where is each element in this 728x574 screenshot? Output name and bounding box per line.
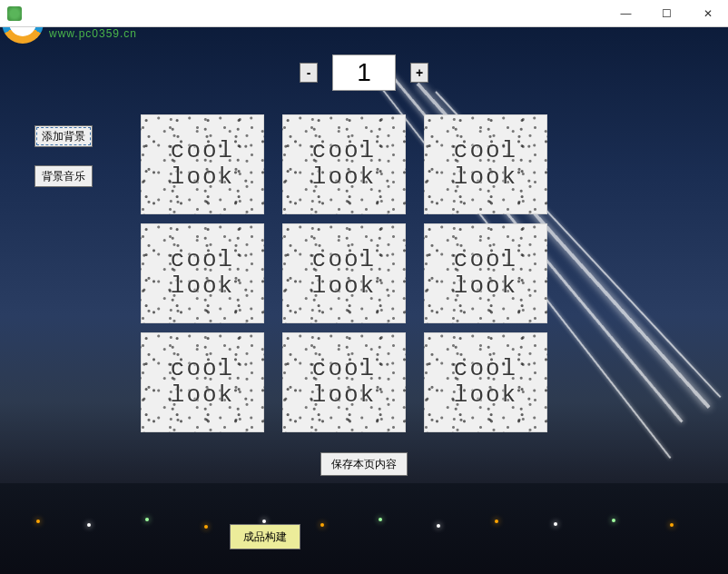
grid-cell-9[interactable]: cool look (424, 332, 547, 432)
page-decrement-button[interactable]: - (300, 63, 318, 83)
grid-cell-label: cool look (454, 356, 517, 408)
grid-cell-4[interactable]: cool look (141, 223, 264, 323)
grid-cell-6[interactable]: cool look (424, 223, 547, 323)
app-icon (7, 6, 22, 21)
background-music-button[interactable]: 背景音乐 (34, 165, 93, 187)
grid-cell-1[interactable]: cool look (141, 114, 264, 214)
minimize-button[interactable]: — (605, 0, 646, 27)
watermark-url: www.pc0359.cn (49, 27, 158, 40)
page-spinner: - + (300, 54, 428, 91)
close-button[interactable]: ✕ (687, 0, 728, 27)
grid-cell-label: cool look (171, 356, 234, 408)
grid-cell-3[interactable]: cool look (424, 114, 547, 214)
build-product-button[interactable]: 成品构建 (230, 524, 300, 549)
image-grid: cool look cool look cool look cool look … (141, 114, 547, 432)
titlebar: — ☐ ✕ (0, 0, 728, 27)
grid-cell-label: cool look (454, 138, 517, 190)
save-page-button[interactable]: 保存本页内容 (320, 452, 408, 476)
maximize-button[interactable]: ☐ (646, 0, 687, 27)
grid-cell-label: cool look (312, 247, 376, 299)
grid-cell-2[interactable]: cool look (282, 114, 406, 214)
grid-cell-7[interactable]: cool look (141, 332, 264, 432)
add-background-button[interactable]: 添加背景 (34, 125, 93, 147)
grid-cell-label: cool look (171, 247, 234, 299)
grid-cell-label: cool look (454, 247, 517, 299)
side-buttons: 添加背景 背景音乐 (34, 125, 93, 187)
page-number-input[interactable] (332, 54, 396, 91)
grid-cell-label: cool look (312, 138, 376, 190)
grid-cell-8[interactable]: cool look (282, 332, 406, 432)
grid-cell-5[interactable]: cool look (282, 223, 406, 323)
grid-cell-label: cool look (171, 138, 234, 190)
grid-cell-label: cool look (312, 356, 376, 408)
page-increment-button[interactable]: + (410, 63, 428, 83)
